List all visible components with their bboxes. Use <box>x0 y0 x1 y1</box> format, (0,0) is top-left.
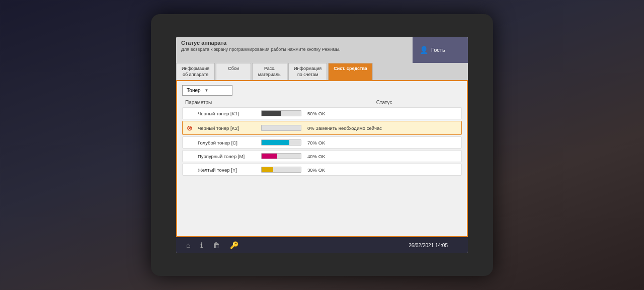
toner-status-c: 70% OK <box>307 140 325 146</box>
screen-title: Статус аппарата <box>181 40 408 46</box>
info-icon[interactable]: ℹ <box>200 241 203 249</box>
toner-name-k2: Черный тонер [K2] <box>198 125 258 131</box>
tab-system[interactable]: Сист. средства <box>328 63 373 80</box>
table-header: Параметры Статус <box>182 100 462 105</box>
tab-info[interactable]: Информацияоб аппарате <box>176 63 215 80</box>
header-title-area: Статус аппарата Для возврата к экрану пр… <box>176 37 413 63</box>
toner-bar-y <box>262 167 273 172</box>
toner-row-k1: Черный тонер [K1] 50% OK <box>182 107 462 119</box>
toner-status-m: 40% OK <box>307 154 325 159</box>
toner-name-y: Желтый тонер [Y] <box>198 167 258 173</box>
toner-status-y: 30% OK <box>307 167 325 173</box>
tab-billing[interactable]: Информацияпо счетам <box>288 63 327 80</box>
toner-bar-container-m <box>261 153 301 159</box>
toner-status-k2: 0% Заменить необходимо сейчас <box>307 125 382 131</box>
user-icon: 👤 <box>420 46 428 54</box>
col-param-header: Параметры <box>185 100 309 105</box>
bottom-bar: ⌂ ℹ 🗑 🔑 26/02/2021 14:05 <box>176 237 468 253</box>
toner-bar-m <box>262 154 277 159</box>
toner-dropdown[interactable]: Тонер ▼ <box>182 85 232 96</box>
key-icon[interactable]: 🔑 <box>230 241 238 249</box>
warning-icon-k2: ⊗ <box>187 124 195 132</box>
toner-name-m: Пурпурный тонер [M] <box>198 154 258 159</box>
toner-bar-k1 <box>262 111 281 116</box>
user-label: Гость <box>431 47 445 53</box>
toner-bar-container-y <box>261 167 301 173</box>
user-badge: 👤 Гость <box>413 37 468 63</box>
home-icon[interactable]: ⌂ <box>186 241 190 249</box>
toner-bar-container-c <box>261 139 301 146</box>
main-content: Тонер ▼ Параметры Статус Черный тонер [K… <box>176 81 468 237</box>
toner-name-c: Голубой тонер [C] <box>198 140 258 146</box>
datetime-display: 26/02/2021 14:05 <box>409 243 448 248</box>
delete-icon[interactable]: 🗑 <box>213 241 220 249</box>
tab-consumables[interactable]: Расх.материалы <box>252 63 287 80</box>
col-status-header: Статус <box>309 100 459 105</box>
screen-subtitle: Для возврата к экрану программирования р… <box>181 47 408 53</box>
tab-bar: Информацияоб аппарате Сбои Расх.материал… <box>176 63 468 81</box>
toner-bar-container-k2 <box>261 125 301 131</box>
toner-row-m: Пурпурный тонер [M] 40% OK <box>182 150 462 162</box>
tab-errors[interactable]: Сбои <box>216 63 251 80</box>
toner-row-c: Голубой тонер [C] 70% OK <box>182 136 462 149</box>
toner-status-k1: 50% OK <box>307 111 325 116</box>
toner-row-y: Желтый тонер [Y] 30% OK <box>182 164 462 176</box>
dropdown-value: Тонер <box>187 88 201 93</box>
dropdown-arrow-icon: ▼ <box>205 88 209 93</box>
nav-icons: ⌂ ℹ 🗑 🔑 <box>186 241 238 249</box>
toner-bar-c <box>262 140 289 145</box>
screen-header: Статус аппарата Для возврата к экрану пр… <box>176 37 468 63</box>
toner-bar-container-k1 <box>261 110 301 116</box>
toner-row-k2: ⊗ Черный тонер [K2] 0% Заменить необходи… <box>182 121 462 135</box>
dropdown-row: Тонер ▼ <box>182 85 462 96</box>
toner-name-k1: Черный тонер [K1] <box>198 111 258 116</box>
